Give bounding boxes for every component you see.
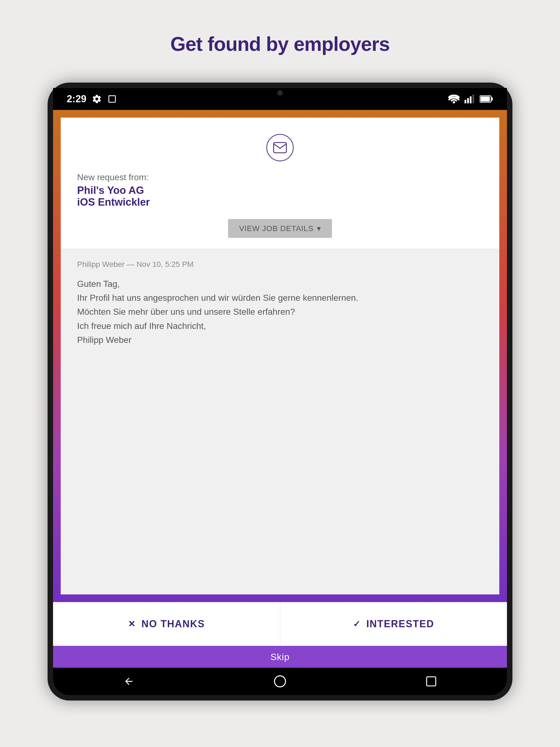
notification-area: New request from: Phil's Yoo AG iOS Entw… — [61, 118, 499, 249]
svg-rect-0 — [464, 100, 466, 103]
screen: New request from: Phil's Yoo AG iOS Entw… — [53, 110, 507, 695]
svg-rect-5 — [491, 97, 493, 101]
svg-rect-9 — [427, 677, 436, 686]
no-thanks-label: NO THANKS — [142, 618, 205, 630]
battery-icon — [480, 95, 493, 103]
skip-bar[interactable]: Skip — [53, 646, 507, 668]
tablet-frame: 2:29 — [48, 83, 512, 700]
x-icon: ✕ — [128, 619, 136, 629]
home-button[interactable] — [273, 674, 287, 688]
svg-rect-7 — [274, 143, 286, 153]
message-header: Philipp Weber — Nov 10, 5:25 PM — [77, 260, 483, 269]
svg-rect-3 — [473, 95, 474, 103]
back-button[interactable] — [122, 674, 136, 688]
company-name: Phil's Yoo AG — [77, 185, 144, 196]
message-line-1: Guten Tag, — [77, 277, 483, 291]
recents-button[interactable] — [424, 674, 438, 688]
interested-label: INTERESTED — [366, 618, 434, 630]
home-icon — [274, 675, 286, 687]
message-body: Guten Tag, Ihr Profil hat uns angesproch… — [77, 277, 483, 347]
gradient-frame: New request from: Phil's Yoo AG iOS Entw… — [53, 110, 507, 602]
page-title: Get found by employers — [170, 33, 390, 55]
svg-rect-6 — [480, 97, 490, 101]
nav-bar — [53, 668, 507, 695]
chevron-down-icon: ▾ — [317, 224, 321, 233]
job-title: iOS Entwickler — [77, 196, 150, 208]
email-icon-container — [266, 134, 294, 161]
svg-rect-1 — [467, 98, 469, 103]
message-line-5: Philipp Weber — [77, 333, 483, 347]
no-thanks-button[interactable]: ✕ NO THANKS — [53, 602, 280, 646]
status-bar-right — [448, 95, 493, 103]
message-line-3: Möchten Sie mehr über uns und unsere Ste… — [77, 305, 483, 319]
skip-label: Skip — [271, 651, 289, 662]
check-icon: ✓ — [353, 619, 361, 629]
screenshot-icon — [107, 94, 117, 104]
status-bar-left: 2:29 — [67, 93, 117, 105]
signal-icon — [464, 95, 475, 103]
interested-button[interactable]: ✓ INTERESTED — [280, 602, 507, 646]
back-icon — [123, 676, 134, 687]
wifi-icon — [448, 95, 460, 103]
email-icon — [272, 140, 288, 155]
recents-icon — [426, 676, 437, 687]
new-request-label: New request from: — [77, 172, 149, 182]
svg-rect-2 — [470, 96, 472, 103]
view-job-details-button[interactable]: VIEW JOB DETAILS ▾ — [228, 219, 332, 238]
message-area: Philipp Weber — Nov 10, 5:25 PM Guten Ta… — [61, 249, 499, 594]
svg-point-8 — [275, 676, 285, 687]
view-job-label: VIEW JOB DETAILS — [239, 224, 313, 233]
message-line-4: Ich freue mich auf Ihre Nachricht, — [77, 319, 483, 333]
message-line-2: Ihr Profil hat uns angesprochen und wir … — [77, 291, 483, 305]
action-bar: ✕ NO THANKS ✓ INTERESTED — [53, 602, 507, 646]
content-card: New request from: Phil's Yoo AG iOS Entw… — [61, 118, 499, 594]
settings-icon — [92, 94, 102, 104]
time-display: 2:29 — [67, 93, 86, 105]
status-bar: 2:29 — [53, 88, 507, 110]
